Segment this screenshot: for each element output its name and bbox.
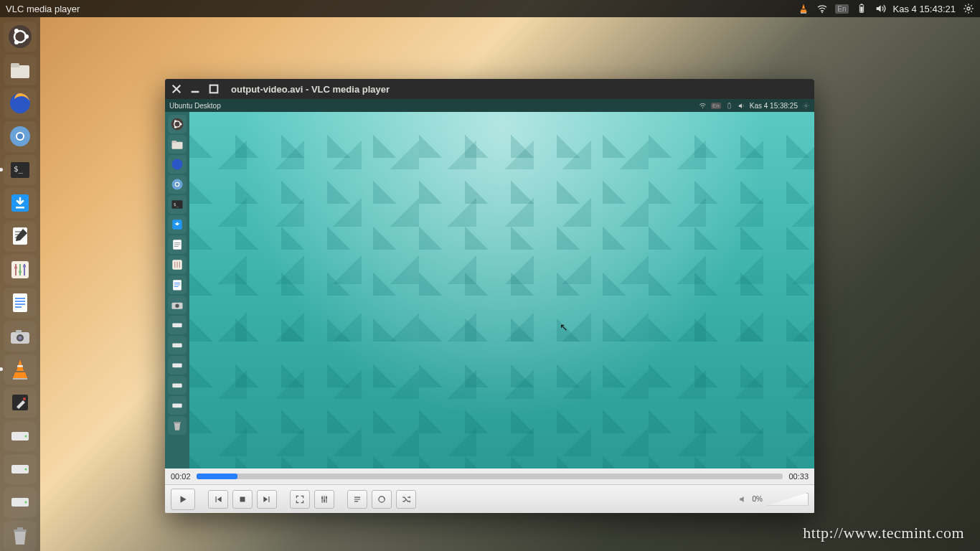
vlc-titlebar[interactable]: output-video.avi - VLC media player bbox=[165, 79, 814, 99]
svg-rect-72 bbox=[172, 384, 182, 388]
keyboard-indicator[interactable]: En bbox=[835, 4, 848, 14]
svg-rect-56 bbox=[172, 141, 177, 143]
svg-rect-4 bbox=[860, 6, 862, 11]
launcher-chromium[interactable] bbox=[4, 121, 37, 151]
wifi-icon[interactable] bbox=[816, 3, 828, 14]
svg-point-5 bbox=[967, 7, 970, 10]
svg-point-36 bbox=[23, 397, 26, 400]
launcher-firefox[interactable] bbox=[4, 88, 37, 118]
svg-rect-12 bbox=[11, 63, 19, 67]
launcher-files[interactable] bbox=[4, 55, 37, 85]
video-launcher-disk-2 bbox=[168, 336, 187, 354]
extended-settings-button[interactable] bbox=[314, 490, 334, 509]
vlc-window: output-video.avi - VLC media player Ubun… bbox=[165, 79, 814, 513]
svg-rect-23 bbox=[15, 264, 17, 276]
svg-rect-75 bbox=[240, 496, 245, 501]
svg-point-78 bbox=[326, 496, 327, 498]
svg-rect-29 bbox=[13, 293, 27, 312]
svg-point-53 bbox=[174, 120, 176, 122]
svg-point-76 bbox=[321, 497, 323, 499]
play-button[interactable] bbox=[171, 489, 195, 510]
gear-icon[interactable] bbox=[963, 3, 974, 14]
launcher-vlc[interactable] bbox=[4, 354, 37, 385]
window-minimize-icon[interactable] bbox=[189, 83, 201, 95]
svg-point-68 bbox=[175, 304, 179, 308]
top-panel-indicators: En Kas 4 15:43:21 bbox=[798, 3, 974, 14]
launcher-camera[interactable] bbox=[4, 321, 37, 351]
svg-rect-35 bbox=[12, 395, 28, 410]
vlc-video-area[interactable]: Ubuntu Desktop En Kas 4 15:38:25 $_ bbox=[165, 99, 814, 468]
cursor-icon: ↖ bbox=[560, 321, 568, 333]
svg-point-60 bbox=[176, 183, 179, 186]
svg-point-52 bbox=[180, 123, 182, 126]
vlc-seek-fill bbox=[197, 474, 237, 479]
volume-percent-label: 0% bbox=[753, 495, 763, 503]
svg-rect-66 bbox=[173, 280, 182, 290]
video-wallpaper bbox=[189, 112, 814, 468]
vlc-seek-slider[interactable] bbox=[197, 474, 783, 479]
battery-icon[interactable] bbox=[856, 3, 867, 14]
svg-point-16 bbox=[17, 133, 23, 139]
launcher-download[interactable] bbox=[4, 188, 37, 218]
svg-rect-20 bbox=[16, 207, 24, 209]
svg-rect-0 bbox=[801, 12, 806, 13]
launcher-libreoffice-writer[interactable] bbox=[4, 288, 37, 318]
vlc-control-bar: 0% bbox=[165, 484, 814, 513]
volume-control[interactable]: 0% bbox=[738, 493, 809, 506]
video-launcher-text-editor bbox=[168, 235, 187, 254]
video-launcher-libreoffice-writer bbox=[168, 276, 187, 294]
window-maximize-icon[interactable] bbox=[208, 83, 220, 95]
volume-slider[interactable] bbox=[767, 493, 809, 506]
vlc-tray-icon[interactable] bbox=[798, 3, 809, 14]
launcher-ubuntu-dash[interactable] bbox=[4, 22, 37, 52]
clock-label[interactable]: Kas 4 15:43:21 bbox=[893, 4, 956, 14]
time-total-label: 00:33 bbox=[788, 472, 809, 481]
time-elapsed-label: 00:02 bbox=[171, 472, 191, 481]
volume-icon[interactable] bbox=[875, 3, 886, 14]
launcher-terminal[interactable]: $_ bbox=[4, 155, 37, 185]
svg-point-1 bbox=[821, 11, 823, 13]
svg-point-46 bbox=[702, 107, 703, 108]
launcher-disk-1[interactable] bbox=[4, 421, 37, 451]
svg-point-10 bbox=[14, 40, 19, 44]
video-launcher-download bbox=[168, 215, 187, 234]
launcher-text-editor[interactable] bbox=[4, 221, 37, 251]
svg-rect-48 bbox=[728, 103, 730, 103]
video-panel-clock: Kas 4 15:38:25 bbox=[750, 102, 798, 110]
video-launcher-chromium bbox=[168, 175, 187, 194]
video-launcher-camera bbox=[168, 296, 187, 314]
video-launcher-disk-3 bbox=[168, 356, 187, 375]
svg-rect-31 bbox=[16, 330, 22, 333]
launcher-color-picker[interactable] bbox=[4, 387, 37, 418]
video-top-panel: Ubuntu Desktop En Kas 4 15:38:25 bbox=[165, 99, 814, 112]
launcher-disk-3[interactable] bbox=[4, 487, 37, 517]
svg-rect-70 bbox=[172, 344, 182, 348]
unity-launcher: $_ bbox=[0, 17, 40, 551]
loop-button[interactable] bbox=[372, 490, 392, 509]
video-launcher-disk-4 bbox=[168, 376, 187, 395]
svg-point-33 bbox=[19, 336, 22, 339]
video-launcher-sound-settings bbox=[168, 255, 187, 274]
previous-button[interactable] bbox=[208, 490, 228, 509]
launcher-trash[interactable] bbox=[4, 521, 37, 551]
launcher-sound-settings[interactable] bbox=[4, 255, 37, 285]
fullscreen-button[interactable] bbox=[290, 490, 310, 509]
playlist-button[interactable] bbox=[347, 490, 367, 509]
svg-text:$_: $_ bbox=[174, 202, 179, 207]
svg-point-54 bbox=[174, 126, 176, 128]
next-button[interactable] bbox=[257, 490, 277, 509]
video-launcher: $_ bbox=[165, 112, 189, 468]
shuffle-button[interactable] bbox=[396, 490, 416, 509]
svg-rect-73 bbox=[172, 404, 182, 408]
svg-rect-43 bbox=[14, 529, 27, 532]
system-top-panel: VLC media player En Kas 4 15:43:21 bbox=[0, 0, 980, 17]
stop-button[interactable] bbox=[232, 490, 253, 509]
window-close-icon[interactable] bbox=[171, 83, 182, 95]
svg-rect-3 bbox=[860, 4, 862, 4]
launcher-disk-2[interactable] bbox=[4, 454, 37, 484]
svg-point-28 bbox=[23, 265, 26, 268]
video-keyboard-indicator: En bbox=[711, 103, 721, 109]
svg-point-13 bbox=[10, 93, 30, 113]
active-app-name: VLC media player bbox=[6, 4, 80, 14]
svg-text:$_: $_ bbox=[14, 164, 24, 174]
